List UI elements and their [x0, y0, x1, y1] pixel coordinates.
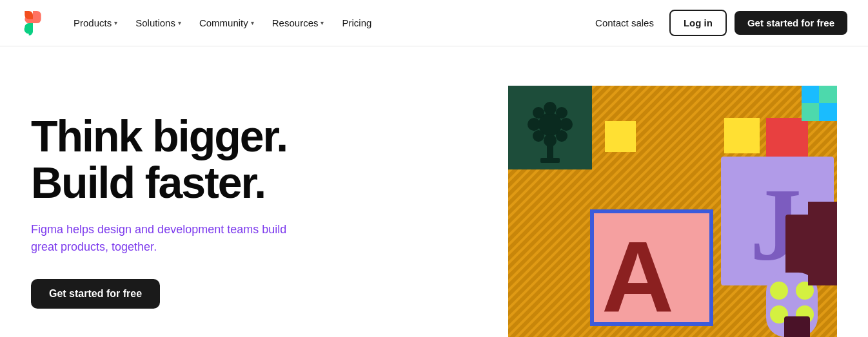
svg-rect-32 [808, 202, 837, 285]
svg-rect-16 [724, 118, 760, 153]
hero-subtext: Figma helps design and development teams… [31, 221, 302, 256]
svg-rect-17 [766, 118, 808, 163]
login-button[interactable]: Log in [669, 10, 727, 36]
hero-illustration: J A [366, 86, 837, 337]
nav-item-pricing[interactable]: Pricing [334, 12, 379, 34]
svg-point-27 [770, 282, 788, 300]
svg-text:A: A [602, 221, 674, 332]
hero-heading: Think bigger. Build faster. [31, 113, 340, 206]
svg-rect-20 [819, 103, 837, 121]
chevron-down-icon: ▾ [321, 19, 324, 26]
svg-rect-13 [547, 142, 553, 159]
svg-point-7 [528, 118, 540, 131]
svg-point-9 [533, 107, 544, 119]
figma-logo[interactable] [21, 11, 45, 35]
svg-rect-15 [605, 121, 636, 152]
svg-point-8 [560, 118, 573, 131]
chevron-down-icon: ▾ [251, 19, 254, 26]
nav-item-resources[interactable]: Resources ▾ [264, 12, 332, 34]
svg-rect-19 [802, 86, 819, 103]
hero-illustration-graphic: J A [508, 86, 837, 337]
hero-text: Think bigger. Build faster. Figma helps … [31, 113, 366, 309]
svg-rect-31 [784, 316, 810, 337]
contact-sales-link[interactable]: Contact sales [587, 12, 662, 34]
hero-section: Think bigger. Build faster. Figma helps … [0, 46, 868, 337]
chevron-down-icon: ▾ [178, 19, 181, 26]
nav-right: Contact sales Log in Get started for fre… [587, 10, 847, 36]
nav-item-products[interactable]: Products ▾ [66, 12, 125, 34]
svg-point-12 [556, 130, 567, 142]
chevron-down-icon: ▾ [114, 19, 117, 26]
svg-point-10 [556, 107, 567, 119]
svg-point-5 [544, 102, 557, 115]
nav-item-solutions[interactable]: Solutions ▾ [128, 12, 189, 34]
get-started-hero-button[interactable]: Get started for free [31, 279, 160, 309]
get-started-nav-button[interactable]: Get started for free [735, 11, 847, 35]
nav-item-community[interactable]: Community ▾ [192, 12, 262, 34]
svg-point-11 [533, 130, 544, 142]
navbar: Products ▾ Solutions ▾ Community ▾ Resou… [0, 0, 868, 46]
nav-links: Products ▾ Solutions ▾ Community ▾ Resou… [66, 12, 587, 34]
svg-rect-14 [540, 158, 560, 163]
svg-rect-33 [508, 163, 592, 169]
